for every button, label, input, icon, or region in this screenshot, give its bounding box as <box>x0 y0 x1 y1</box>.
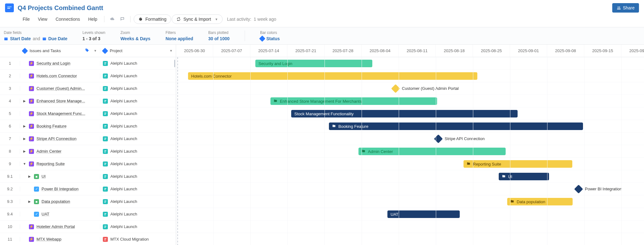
table-row[interactable]: 10⚡Hotelier Admin PortalAlelphi Launch <box>0 220 176 233</box>
issue-cell[interactable]: ⚡Customer (Guest) Admin... <box>20 86 100 91</box>
gantt-bar[interactable]: Data population <box>507 198 573 205</box>
milestone-marker[interactable] <box>434 134 443 143</box>
issue-cell[interactable]: ⚡Security and Login <box>20 61 100 66</box>
project-cell[interactable]: Alelphi Launch <box>100 124 176 129</box>
gantt-row[interactable]: Booking Feature <box>176 120 644 133</box>
gantt-row[interactable]: Power BI Integration <box>176 183 644 195</box>
issue-link[interactable]: Admin Center <box>36 149 61 154</box>
issue-cell[interactable]: ⚡Hotelier Admin Portal <box>20 224 100 229</box>
gantt-row[interactable]: Stripe API Connection <box>176 133 644 145</box>
date-header-cell[interactable]: 2025-08-04 <box>362 45 399 57</box>
gantt-bar[interactable]: UAT <box>387 210 460 218</box>
issue-cell[interactable]: ⚡MTX Webapp <box>20 237 100 242</box>
formatting-button[interactable]: Formatting <box>134 14 171 24</box>
issue-link[interactable]: Stock Management Func... <box>36 111 85 116</box>
table-row[interactable]: 2⚡Hotels.com ConnectorAlelphi Launch <box>0 70 176 82</box>
comments-icon[interactable] <box>118 15 127 24</box>
project-cell[interactable]: Alelphi Launch <box>100 174 176 179</box>
project-cell[interactable]: Alelphi Launch <box>100 187 176 192</box>
table-row[interactable]: 8▶⚡Admin CenterAlelphi Launch <box>0 145 176 158</box>
issue-cell[interactable]: ▶⚡Stripe API Connection <box>20 136 100 141</box>
project-cell[interactable]: Alelphi Launch <box>100 74 176 79</box>
table-row[interactable]: 9.2✓Power BI IntegrationAlelphi Launch <box>0 183 176 195</box>
issue-link[interactable]: Enhanced Store Manage... <box>36 99 85 103</box>
gantt-bar[interactable]: Booking Feature <box>329 122 583 130</box>
cfg-bars[interactable]: Bars plotted 30 of 1000 <box>208 30 230 41</box>
gantt-row[interactable]: Hotels.com Connector <box>176 70 644 82</box>
date-header-cell[interactable]: 2025-08-18 <box>436 45 473 57</box>
gantt-row[interactable]: Security and Login <box>176 57 644 70</box>
date-header-cell[interactable]: 2025-09-15 <box>584 45 621 57</box>
date-header-cell[interactable]: 2025-09-22 <box>621 45 644 57</box>
project-cell[interactable]: Alelphi Launch <box>100 224 176 229</box>
gantt-bar[interactable]: Stock Management Functionality <box>291 110 518 117</box>
table-row[interactable]: 4▶⚡Enhanced Store Manage...Alelphi Launc… <box>0 95 176 107</box>
gantt-row[interactable] <box>176 233 644 245</box>
col-issues[interactable]: Issues and Tasks ▼ <box>20 48 100 53</box>
table-row[interactable]: 7▶⚡Stripe API ConnectionAlelphi Launch <box>0 133 176 145</box>
table-row[interactable]: 1⚡Security and LoginAlelphi Launch <box>0 57 176 70</box>
issue-link[interactable]: UI <box>42 174 46 179</box>
table-row[interactable]: 6▶⚡Booking FeatureAlelphi Launch <box>0 120 176 133</box>
resize-handle[interactable] <box>174 60 175 67</box>
table-row[interactable]: 3⚡Customer (Guest) Admin...Alelphi Launc… <box>0 82 176 95</box>
menu-file[interactable]: File <box>19 15 34 24</box>
issue-link[interactable]: Customer (Guest) Admin... <box>36 86 85 91</box>
expand-toggle[interactable]: ▶ <box>23 99 26 103</box>
expand-toggle[interactable]: ▶ <box>23 124 26 128</box>
expand-toggle[interactable]: ▶ <box>28 175 31 178</box>
expand-toggle[interactable]: ▶ <box>23 150 26 153</box>
milestone-marker[interactable] <box>574 185 583 193</box>
gantt-bar[interactable]: Reporting Suite <box>464 160 572 168</box>
issue-cell[interactable]: ▶⚡Booking Feature <box>20 124 100 129</box>
project-cell[interactable]: Alelphi Launch <box>100 111 176 116</box>
date-header-cell[interactable]: 2025-07-21 <box>287 45 325 57</box>
cfg-zoom[interactable]: Zoom Weeks & Days <box>120 30 150 41</box>
issue-cell[interactable]: ▶⚡Enhanced Store Manage... <box>20 99 100 104</box>
issue-cell[interactable]: ▶■Data population <box>20 199 100 204</box>
issue-cell[interactable]: ▶⚡Admin Center <box>20 149 100 154</box>
cloud-sync-icon[interactable] <box>108 15 117 24</box>
project-cell[interactable]: Alelphi Launch <box>100 161 176 166</box>
gantt-row[interactable]: UI <box>176 170 644 183</box>
issue-link[interactable]: Data population <box>42 199 70 204</box>
chevron-down-icon[interactable]: ▼ <box>169 49 173 52</box>
col-project[interactable]: Project ▼ <box>100 48 176 53</box>
date-header-cell[interactable]: 2025-07-28 <box>325 45 362 57</box>
cfg-date-fields[interactable]: Date fields Start Date and Due Date <box>4 30 67 41</box>
cfg-filters[interactable]: Filters None applied <box>165 30 193 41</box>
date-header-cell[interactable]: 2025-06-30 <box>176 45 213 57</box>
menu-view[interactable]: View <box>34 15 51 24</box>
project-cell[interactable]: Alelphi Launch <box>100 149 176 154</box>
share-button[interactable]: Share <box>612 3 639 13</box>
expand-toggle[interactable]: ▶ <box>23 137 26 140</box>
issue-cell[interactable]: ⚡Hotels.com Connector <box>20 74 100 79</box>
cfg-colors[interactable]: Bar colors Status <box>260 30 280 41</box>
menu-connections[interactable]: Connections <box>52 15 84 24</box>
project-cell[interactable]: MTX Cloud Migration <box>100 237 176 242</box>
gantt-bar[interactable]: Security and Login <box>255 60 372 67</box>
date-header-cell[interactable]: 2025-08-25 <box>473 45 510 57</box>
cfg-levels[interactable]: Levels shown 1 - 3 of 3 <box>82 30 105 41</box>
gantt-row[interactable]: Enhanced Store Management For Merchants <box>176 95 644 107</box>
project-cell[interactable]: Alelphi Launch <box>100 136 176 141</box>
table-row[interactable]: 11⚡MTX WebappMTX Cloud Migration <box>0 233 176 245</box>
issue-link[interactable]: Reporting Suite <box>36 161 65 166</box>
sync-import-button[interactable]: Sync & Import ▼ <box>172 14 223 24</box>
project-cell[interactable]: Alelphi Launch <box>100 61 176 66</box>
issue-cell[interactable]: ✓Power BI Integration <box>20 187 100 192</box>
issue-link[interactable]: Power BI Integration <box>42 187 79 191</box>
issue-cell[interactable]: ▶■UI <box>20 174 100 179</box>
issue-cell[interactable]: ✓UAT <box>20 212 100 217</box>
issue-link[interactable]: Hotelier Admin Portal <box>36 224 75 229</box>
date-header-cell[interactable]: 2025-09-01 <box>510 45 547 57</box>
tag-icon[interactable] <box>85 48 89 53</box>
right-pane[interactable]: 2025-06-302025-07-072025-07-142025-07-21… <box>176 45 644 245</box>
table-row[interactable]: 9.3▶■Data populationAlelphi Launch <box>0 195 176 208</box>
expand-toggle[interactable]: ▶ <box>28 200 31 203</box>
table-row[interactable]: 9▼⚡Reporting SuiteAlelphi Launch <box>0 158 176 170</box>
gantt-body[interactable]: Security and LoginHotels.com ConnectorCu… <box>176 57 644 245</box>
date-header-cell[interactable]: 2025-09-08 <box>547 45 584 57</box>
table-row[interactable]: 9.1▶■UIAlelphi Launch <box>0 170 176 183</box>
table-row[interactable]: 9.4✓UATAlelphi Launch <box>0 208 176 220</box>
